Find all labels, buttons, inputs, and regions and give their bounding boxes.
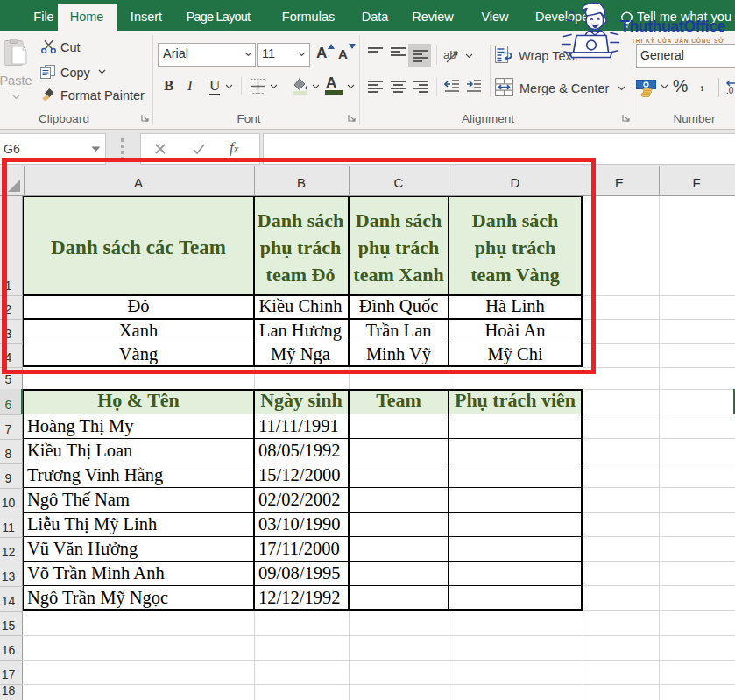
svg-text:.0: .0 [726,86,734,95]
svg-text:ThuthuatOffice: ThuthuatOffice [620,18,726,35]
svg-text:TRI KỶ CỦA DÂN CÔNG SỞ: TRI KỶ CỦA DÂN CÔNG SỞ [632,37,724,44]
